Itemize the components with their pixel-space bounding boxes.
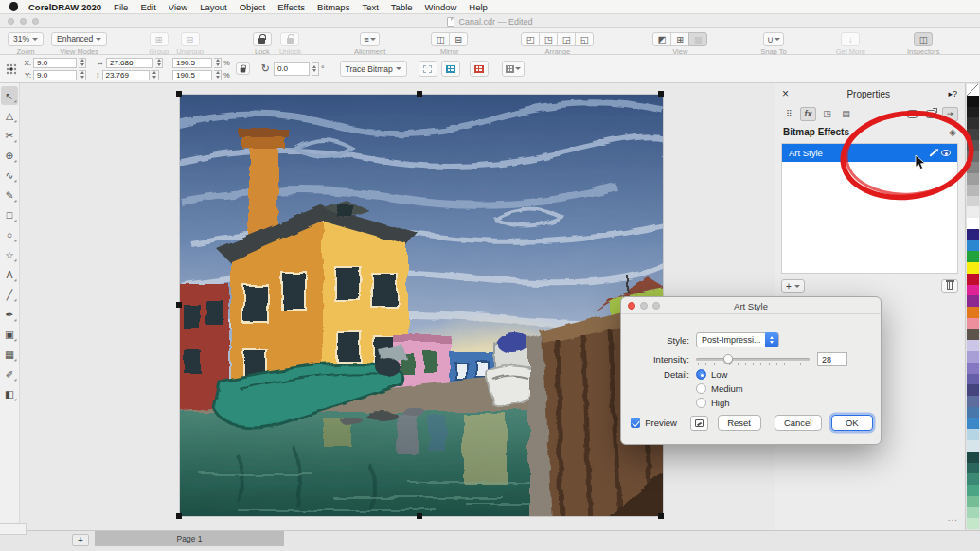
- color-swatch-11[interactable]: [967, 206, 979, 218]
- color-swatch-4[interactable]: [967, 129, 979, 140]
- menu-file[interactable]: File: [114, 2, 128, 12]
- color-swatch-14[interactable]: [967, 240, 979, 252]
- color-swatch-29[interactable]: [967, 407, 979, 418]
- scale-x-field[interactable]: 190.5: [172, 58, 212, 68]
- menu-object[interactable]: Object: [240, 2, 265, 12]
- dialog-close-button[interactable]: [628, 302, 635, 310]
- view-grid-button[interactable]: ⊞: [670, 32, 689, 46]
- zoom-level-dropdown[interactable]: 31%: [8, 32, 44, 46]
- swatch-no-fill[interactable]: [967, 84, 979, 96]
- page-tab[interactable]: Page 1: [95, 531, 284, 546]
- color-swatch-39[interactable]: [967, 518, 979, 529]
- scale-y-stepper[interactable]: [214, 70, 222, 80]
- color-swatch-35[interactable]: [967, 473, 979, 485]
- menu-view[interactable]: View: [169, 2, 187, 12]
- ellipse-tool[interactable]: ○: [1, 225, 18, 244]
- color-swatch-25[interactable]: [967, 363, 979, 374]
- effects-visibility-icon[interactable]: ◈: [949, 127, 956, 137]
- color-swatch-26[interactable]: [967, 374, 979, 385]
- slider-thumb[interactable]: [723, 354, 733, 364]
- color-swatch-10[interactable]: [967, 196, 979, 207]
- radio-low[interactable]: [696, 369, 706, 380]
- menu-window[interactable]: Window: [425, 2, 457, 12]
- zoom-tool[interactable]: ⊕: [1, 146, 18, 165]
- inspectors-button[interactable]: ◫: [914, 32, 933, 46]
- tab-transform[interactable]: ◳: [819, 107, 835, 121]
- add-page-button[interactable]: +: [72, 534, 89, 546]
- view-mode-dropdown[interactable]: Enhanced: [51, 32, 107, 46]
- view-rulers-button[interactable]: ▦: [688, 32, 707, 46]
- color-swatch-7[interactable]: [967, 162, 979, 173]
- selection-handle-top-center[interactable]: [417, 91, 422, 97]
- dialog-title-bar[interactable]: Art Style: [621, 297, 881, 314]
- color-swatch-28[interactable]: [967, 396, 979, 407]
- scale-y-field[interactable]: 190.5: [172, 70, 212, 80]
- forward-one-button[interactable]: ◳: [539, 32, 558, 46]
- color-swatch-31[interactable]: [967, 429, 979, 440]
- x-stepper[interactable]: [79, 58, 86, 68]
- mesh-fill-tool[interactable]: ▦: [1, 345, 18, 364]
- add-effect-button[interactable]: +: [781, 279, 805, 293]
- unlock-button[interactable]: [280, 32, 299, 46]
- line-tool[interactable]: ╱: [1, 285, 18, 304]
- color-swatch-24[interactable]: [967, 351, 979, 363]
- y-stepper[interactable]: [79, 70, 86, 80]
- color-swatch-6[interactable]: [967, 151, 979, 163]
- back-one-button[interactable]: ◲: [557, 32, 576, 46]
- color-swatch-2[interactable]: [967, 107, 979, 118]
- edit-bitmap-button[interactable]: [419, 61, 437, 77]
- bitmap-image[interactable]: [180, 95, 663, 516]
- detail-option-high[interactable]: High: [696, 398, 743, 408]
- color-swatch-19[interactable]: [967, 295, 979, 307]
- text-tool[interactable]: A: [1, 265, 18, 284]
- menu-text[interactable]: Text: [362, 2, 378, 12]
- height-stepper[interactable]: [151, 70, 159, 80]
- freehand-tool[interactable]: ∿: [1, 166, 18, 185]
- menu-help[interactable]: Help: [469, 2, 488, 12]
- effects-list[interactable]: Art Style: [781, 143, 958, 274]
- to-back-button[interactable]: ◱: [575, 32, 594, 46]
- object-width-field[interactable]: 27.686: [106, 58, 153, 68]
- get-more-button[interactable]: ↓: [841, 32, 860, 46]
- preview-checkbox[interactable]: [631, 418, 640, 428]
- edit-effect-icon[interactable]: [929, 150, 936, 156]
- color-swatch-13[interactable]: [967, 229, 979, 240]
- selection-handle-top-left[interactable]: [176, 91, 182, 97]
- apple-icon[interactable]: [9, 2, 18, 11]
- menu-table[interactable]: Table: [391, 2, 413, 12]
- color-swatch-8[interactable]: [967, 173, 979, 185]
- to-front-button[interactable]: ◰: [521, 32, 540, 46]
- polygon-tool[interactable]: ☆: [1, 245, 18, 264]
- full-screen-preview-button[interactable]: ◩: [652, 32, 671, 46]
- delete-effect-button[interactable]: [941, 279, 958, 293]
- menu-effects[interactable]: Effects: [277, 2, 305, 12]
- color-swatch-17[interactable]: [967, 274, 979, 285]
- color-swatch-32[interactable]: [967, 440, 979, 452]
- color-swatch-37[interactable]: [967, 496, 979, 507]
- color-swatch-18[interactable]: [967, 285, 979, 296]
- selection-handle-bottom-left[interactable]: [176, 513, 182, 519]
- more-options[interactable]: ...: [948, 512, 958, 523]
- color-swatch-9[interactable]: [967, 185, 979, 196]
- rotation-field[interactable]: 0.0: [274, 62, 310, 76]
- dialog-zoom-button[interactable]: [652, 302, 660, 310]
- reset-button[interactable]: Reset: [718, 415, 761, 431]
- object-origin-grid[interactable]: [5, 62, 18, 76]
- lock-ratio-button[interactable]: [236, 62, 250, 75]
- close-panel-button[interactable]: ×: [782, 89, 789, 98]
- color-swatch-30[interactable]: [967, 418, 979, 430]
- selection-handle-middle-left[interactable]: [176, 302, 182, 308]
- effect-visibility-icon[interactable]: [941, 150, 951, 156]
- bitmap-mask-button[interactable]: [470, 61, 489, 77]
- interactive-fill-tool[interactable]: ▣: [1, 325, 18, 344]
- menu-coreldraw-2020[interactable]: CorelDRAW 2020: [28, 2, 101, 12]
- ok-button[interactable]: OK: [831, 415, 873, 431]
- context-help-icon[interactable]: ▸?: [948, 89, 957, 98]
- eyedropper-tool[interactable]: ✐: [1, 364, 18, 383]
- color-swatch-5[interactable]: [967, 140, 979, 151]
- color-swatch-12[interactable]: [967, 218, 979, 229]
- radio-medium[interactable]: [696, 383, 706, 394]
- color-swatch-33[interactable]: [967, 452, 979, 463]
- intensity-value-field[interactable]: 28: [817, 352, 847, 366]
- options-dropdown[interactable]: [502, 61, 525, 77]
